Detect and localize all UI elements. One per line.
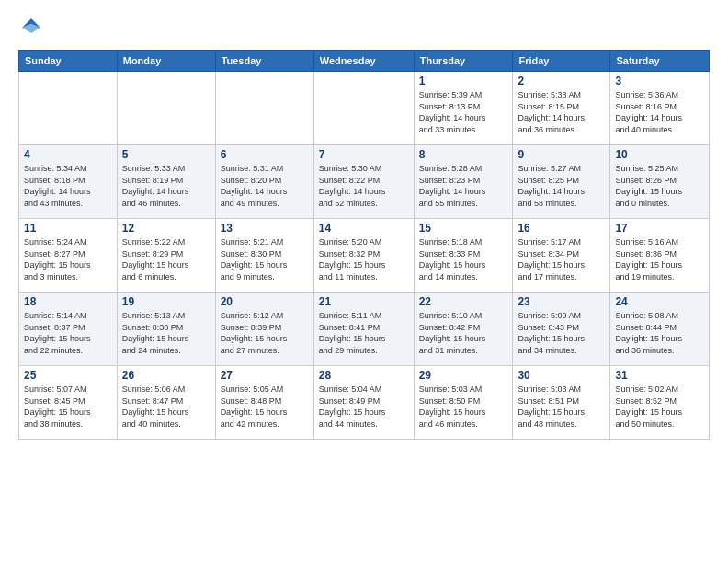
day-info: Sunrise: 5:20 AM Sunset: 8:32 PM Dayligh… xyxy=(319,236,409,282)
calendar-table: SundayMondayTuesdayWednesdayThursdayFrid… xyxy=(18,50,710,440)
day-number: 9 xyxy=(518,148,605,161)
calendar-cell: 10Sunrise: 5:25 AM Sunset: 8:26 PM Dayli… xyxy=(610,145,710,219)
week-row-4: 18Sunrise: 5:14 AM Sunset: 8:37 PM Dayli… xyxy=(19,293,710,366)
calendar-cell: 7Sunrise: 5:30 AM Sunset: 8:22 PM Daylig… xyxy=(313,145,414,219)
calendar-body: 1Sunrise: 5:39 AM Sunset: 8:13 PM Daylig… xyxy=(19,72,710,440)
calendar-cell: 4Sunrise: 5:34 AM Sunset: 8:18 PM Daylig… xyxy=(19,145,118,219)
header xyxy=(18,15,710,40)
calendar-cell: 19Sunrise: 5:13 AM Sunset: 8:38 PM Dayli… xyxy=(117,293,215,366)
calendar-cell: 9Sunrise: 5:27 AM Sunset: 8:25 PM Daylig… xyxy=(513,145,610,219)
day-info: Sunrise: 5:09 AM Sunset: 8:43 PM Dayligh… xyxy=(518,310,605,356)
calendar-cell: 14Sunrise: 5:20 AM Sunset: 8:32 PM Dayli… xyxy=(313,219,414,293)
day-number: 30 xyxy=(518,369,605,382)
calendar-cell: 17Sunrise: 5:16 AM Sunset: 8:36 PM Dayli… xyxy=(610,219,710,293)
logo-icon xyxy=(18,15,44,40)
day-info: Sunrise: 5:16 AM Sunset: 8:36 PM Dayligh… xyxy=(615,236,704,282)
day-info: Sunrise: 5:13 AM Sunset: 8:38 PM Dayligh… xyxy=(122,310,210,356)
day-info: Sunrise: 5:17 AM Sunset: 8:34 PM Dayligh… xyxy=(518,236,605,282)
day-number: 18 xyxy=(24,295,112,308)
calendar-cell xyxy=(215,72,313,145)
week-row-2: 4Sunrise: 5:34 AM Sunset: 8:18 PM Daylig… xyxy=(19,145,710,219)
calendar-cell: 20Sunrise: 5:12 AM Sunset: 8:39 PM Dayli… xyxy=(215,293,313,366)
day-number: 2 xyxy=(518,75,605,87)
day-number: 13 xyxy=(221,222,309,235)
page: SundayMondayTuesdayWednesdayThursdayFrid… xyxy=(0,0,728,449)
weekday-saturday: Saturday xyxy=(610,51,710,72)
day-number: 24 xyxy=(615,295,704,308)
calendar-cell: 31Sunrise: 5:02 AM Sunset: 8:52 PM Dayli… xyxy=(610,366,710,440)
day-info: Sunrise: 5:07 AM Sunset: 8:45 PM Dayligh… xyxy=(24,384,112,430)
day-info: Sunrise: 5:06 AM Sunset: 8:47 PM Dayligh… xyxy=(122,384,210,430)
day-info: Sunrise: 5:04 AM Sunset: 8:49 PM Dayligh… xyxy=(319,384,409,430)
calendar-cell: 12Sunrise: 5:22 AM Sunset: 8:29 PM Dayli… xyxy=(117,219,215,293)
day-info: Sunrise: 5:24 AM Sunset: 8:27 PM Dayligh… xyxy=(24,236,112,282)
week-row-5: 25Sunrise: 5:07 AM Sunset: 8:45 PM Dayli… xyxy=(19,366,710,440)
calendar-cell: 30Sunrise: 5:03 AM Sunset: 8:51 PM Dayli… xyxy=(513,366,610,440)
day-number: 29 xyxy=(419,369,508,382)
day-info: Sunrise: 5:22 AM Sunset: 8:29 PM Dayligh… xyxy=(122,236,210,282)
day-info: Sunrise: 5:03 AM Sunset: 8:50 PM Dayligh… xyxy=(419,384,508,430)
weekday-sunday: Sunday xyxy=(19,51,118,72)
calendar-cell: 1Sunrise: 5:39 AM Sunset: 8:13 PM Daylig… xyxy=(414,72,513,145)
week-row-1: 1Sunrise: 5:39 AM Sunset: 8:13 PM Daylig… xyxy=(19,72,710,145)
day-info: Sunrise: 5:36 AM Sunset: 8:16 PM Dayligh… xyxy=(615,89,704,135)
calendar-cell: 24Sunrise: 5:08 AM Sunset: 8:44 PM Dayli… xyxy=(610,293,710,366)
day-number: 22 xyxy=(419,295,508,308)
day-number: 7 xyxy=(319,148,409,161)
day-number: 20 xyxy=(221,295,309,308)
day-info: Sunrise: 5:12 AM Sunset: 8:39 PM Dayligh… xyxy=(221,310,309,356)
calendar-header: SundayMondayTuesdayWednesdayThursdayFrid… xyxy=(19,51,710,72)
day-info: Sunrise: 5:25 AM Sunset: 8:26 PM Dayligh… xyxy=(615,163,704,209)
day-info: Sunrise: 5:34 AM Sunset: 8:18 PM Dayligh… xyxy=(24,163,112,209)
calendar-cell: 27Sunrise: 5:05 AM Sunset: 8:48 PM Dayli… xyxy=(215,366,313,440)
weekday-wednesday: Wednesday xyxy=(313,51,414,72)
day-number: 3 xyxy=(615,75,704,87)
calendar-cell: 28Sunrise: 5:04 AM Sunset: 8:49 PM Dayli… xyxy=(313,366,414,440)
calendar-cell: 22Sunrise: 5:10 AM Sunset: 8:42 PM Dayli… xyxy=(414,293,513,366)
day-number: 17 xyxy=(615,222,704,235)
day-number: 4 xyxy=(24,148,112,161)
day-number: 15 xyxy=(419,222,508,235)
day-number: 28 xyxy=(319,369,409,382)
day-info: Sunrise: 5:33 AM Sunset: 8:19 PM Dayligh… xyxy=(122,163,210,209)
day-info: Sunrise: 5:38 AM Sunset: 8:15 PM Dayligh… xyxy=(518,89,605,135)
calendar-cell: 3Sunrise: 5:36 AM Sunset: 8:16 PM Daylig… xyxy=(610,72,710,145)
day-number: 12 xyxy=(122,222,210,235)
weekday-monday: Monday xyxy=(117,51,215,72)
weekday-header-row: SundayMondayTuesdayWednesdayThursdayFrid… xyxy=(19,51,710,72)
calendar-cell xyxy=(117,72,215,145)
calendar-cell: 6Sunrise: 5:31 AM Sunset: 8:20 PM Daylig… xyxy=(215,145,313,219)
day-info: Sunrise: 5:39 AM Sunset: 8:13 PM Dayligh… xyxy=(419,89,508,135)
day-number: 19 xyxy=(122,295,210,308)
calendar-cell: 21Sunrise: 5:11 AM Sunset: 8:41 PM Dayli… xyxy=(313,293,414,366)
calendar-cell: 25Sunrise: 5:07 AM Sunset: 8:45 PM Dayli… xyxy=(19,366,118,440)
day-number: 25 xyxy=(24,369,112,382)
logo xyxy=(18,15,46,40)
day-info: Sunrise: 5:21 AM Sunset: 8:30 PM Dayligh… xyxy=(221,236,309,282)
day-number: 27 xyxy=(221,369,309,382)
day-number: 1 xyxy=(419,75,508,87)
calendar-cell: 2Sunrise: 5:38 AM Sunset: 8:15 PM Daylig… xyxy=(513,72,610,145)
calendar-cell xyxy=(19,72,118,145)
calendar-cell: 26Sunrise: 5:06 AM Sunset: 8:47 PM Dayli… xyxy=(117,366,215,440)
day-number: 11 xyxy=(24,222,112,235)
calendar-cell: 11Sunrise: 5:24 AM Sunset: 8:27 PM Dayli… xyxy=(19,219,118,293)
calendar-cell xyxy=(313,72,414,145)
day-info: Sunrise: 5:18 AM Sunset: 8:33 PM Dayligh… xyxy=(419,236,508,282)
day-info: Sunrise: 5:27 AM Sunset: 8:25 PM Dayligh… xyxy=(518,163,605,209)
weekday-thursday: Thursday xyxy=(414,51,513,72)
calendar-cell: 5Sunrise: 5:33 AM Sunset: 8:19 PM Daylig… xyxy=(117,145,215,219)
day-info: Sunrise: 5:05 AM Sunset: 8:48 PM Dayligh… xyxy=(221,384,309,430)
day-number: 26 xyxy=(122,369,210,382)
weekday-friday: Friday xyxy=(513,51,610,72)
day-number: 10 xyxy=(615,148,704,161)
day-info: Sunrise: 5:14 AM Sunset: 8:37 PM Dayligh… xyxy=(24,310,112,356)
day-number: 31 xyxy=(615,369,704,382)
day-number: 21 xyxy=(319,295,409,308)
day-info: Sunrise: 5:02 AM Sunset: 8:52 PM Dayligh… xyxy=(615,384,704,430)
day-info: Sunrise: 5:28 AM Sunset: 8:23 PM Dayligh… xyxy=(419,163,508,209)
day-number: 16 xyxy=(518,222,605,235)
calendar-cell: 15Sunrise: 5:18 AM Sunset: 8:33 PM Dayli… xyxy=(414,219,513,293)
calendar-cell: 16Sunrise: 5:17 AM Sunset: 8:34 PM Dayli… xyxy=(513,219,610,293)
day-info: Sunrise: 5:11 AM Sunset: 8:41 PM Dayligh… xyxy=(319,310,409,356)
